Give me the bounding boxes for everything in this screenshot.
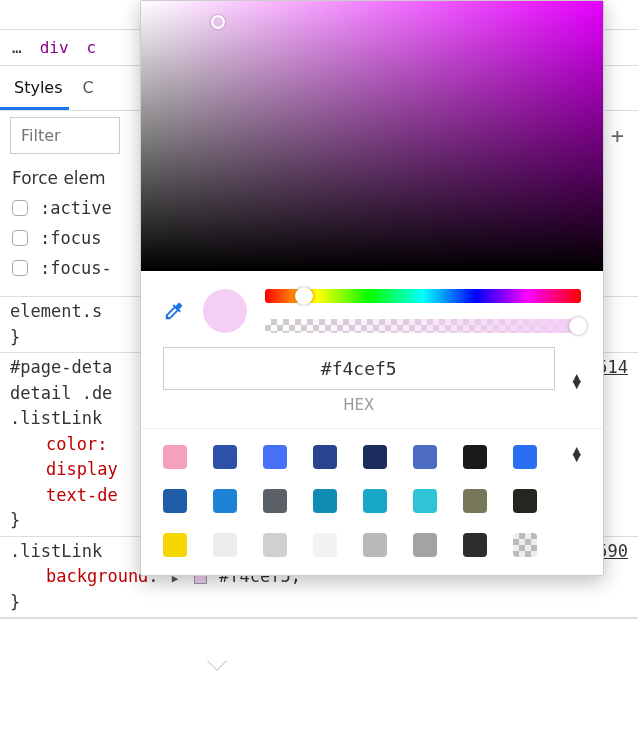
add-rule-icon[interactable]: + — [611, 123, 628, 148]
palette-grid — [163, 445, 559, 557]
palette-swatch-8[interactable] — [163, 489, 187, 513]
palette-swatch-19[interactable] — [313, 533, 337, 557]
palette-swatch-11[interactable] — [313, 489, 337, 513]
force-focus-label: :focus — [40, 228, 101, 248]
palette-swatch-2[interactable] — [263, 445, 287, 469]
palette-toggle-icon[interactable]: ▲▼ — [573, 447, 581, 461]
palette-swatch-18[interactable] — [263, 533, 287, 557]
palette-swatch-5[interactable] — [413, 445, 437, 469]
palette-swatch-3[interactable] — [313, 445, 337, 469]
palette-swatch-1[interactable] — [213, 445, 237, 469]
selector-listlink-hover: .listLink — [10, 541, 102, 561]
palette-swatch-21[interactable] — [413, 533, 437, 557]
selector-listlink: .listLink — [10, 408, 102, 428]
filter-input[interactable] — [10, 117, 120, 154]
palette-swatch-7[interactable] — [513, 445, 537, 469]
palette-swatch-6[interactable] — [463, 445, 487, 469]
palette-swatch-0[interactable] — [163, 445, 187, 469]
palette-swatch-9[interactable] — [213, 489, 237, 513]
breadcrumb-ellipsis[interactable]: … — [12, 38, 22, 57]
format-toggle-icon[interactable]: ▲▼ — [573, 374, 581, 388]
prop-background[interactable]: background — [46, 566, 148, 586]
alpha-thumb[interactable] — [569, 317, 587, 335]
current-color-swatch — [203, 289, 247, 333]
palette-swatch-15[interactable] — [513, 489, 537, 513]
color-picker: HEX ▲▼ ▲▼ — [140, 0, 604, 576]
popover-arrow — [207, 651, 227, 671]
palette-swatch-10[interactable] — [263, 489, 287, 513]
selector-page-detail: #page-deta — [10, 357, 112, 377]
palette-swatch-22[interactable] — [463, 533, 487, 557]
breadcrumb-cut[interactable]: c — [87, 38, 97, 57]
tab-second[interactable]: C — [69, 66, 100, 110]
palette-swatch-20[interactable] — [363, 533, 387, 557]
palette-swatch-23[interactable] — [513, 533, 537, 557]
checkbox-focus-within[interactable] — [12, 260, 28, 276]
palette-swatch-17[interactable] — [213, 533, 237, 557]
hue-slider[interactable] — [265, 289, 581, 303]
selector-detail: detail .de — [10, 383, 112, 403]
palette-swatch-16[interactable] — [163, 533, 187, 557]
palette-swatch-12[interactable] — [363, 489, 387, 513]
force-focusw-label: :focus- — [40, 258, 112, 278]
breadcrumb-div[interactable]: div — [40, 38, 69, 57]
hue-thumb[interactable] — [295, 287, 313, 305]
palette-swatch-14[interactable] — [463, 489, 487, 513]
tab-styles[interactable]: Styles — [0, 66, 69, 110]
format-label: HEX — [163, 396, 555, 414]
palette-swatch-4[interactable] — [363, 445, 387, 469]
alpha-slider[interactable] — [265, 319, 581, 333]
selector-element-style: element.s — [10, 301, 102, 321]
force-active-label: :active — [40, 198, 112, 218]
hex-input[interactable] — [163, 347, 555, 390]
checkbox-focus[interactable] — [12, 230, 28, 246]
palette-swatch-13[interactable] — [413, 489, 437, 513]
saturation-area[interactable] — [141, 1, 603, 271]
saturation-cursor[interactable] — [211, 15, 225, 29]
eyedropper-icon[interactable] — [163, 300, 185, 322]
checkbox-active[interactable] — [12, 200, 28, 216]
